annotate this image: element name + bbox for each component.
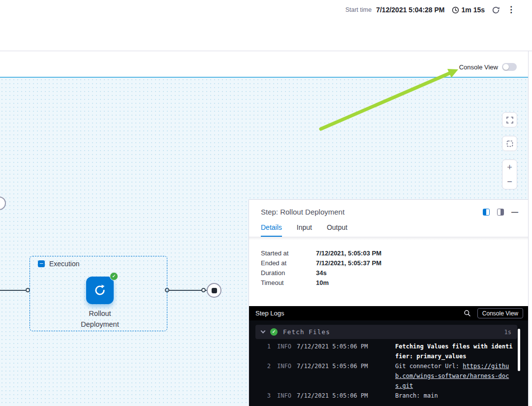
header-right-cluster: Start time 7/12/2021 5:04:28 PM 1m 15s ⋮ [345, 5, 515, 14]
detail-value: 34s [316, 268, 327, 278]
zoom-out-button[interactable]: − [502, 174, 517, 189]
detail-label: Ended at [261, 258, 316, 268]
logs-scrollbar-thumb[interactable] [518, 329, 520, 371]
detail-row-ended-at: Ended at 7/12/2021, 5:05:37 PM [261, 258, 528, 268]
log-message: Branch: main [395, 391, 513, 401]
console-view-toggle[interactable] [502, 63, 517, 71]
step-detail-panel: Step: Rollout Deployment — Details Input… [249, 199, 528, 406]
success-badge-icon: ✓ [110, 272, 118, 281]
panel-actions: — [483, 208, 518, 216]
log-section-duration: 1s [504, 329, 511, 336]
execution-group-label: Execution [49, 260, 79, 268]
elapsed-time: 1m 15s [452, 6, 485, 14]
subbar: Console View [0, 51, 532, 77]
panel-tabs: Details Input Output [249, 216, 528, 237]
log-message: Git connector Url: https://github.com/wi… [395, 361, 513, 391]
log-row: 1 INFO 7/12/2021 5:05:06 PM Fetching Val… [249, 342, 528, 361]
panel-title: Step: Rollout Deployment [261, 208, 344, 216]
tab-input[interactable]: Input [297, 223, 312, 237]
step-logs-header: Step Logs Console View [249, 306, 528, 320]
top-header: Start time 7/12/2021 5:04:28 PM 1m 15s ⋮ [0, 0, 532, 51]
fullscreen-icon [506, 117, 513, 124]
layout-left-pane-icon[interactable] [483, 209, 490, 216]
refresh-button[interactable] [492, 6, 500, 14]
start-time-value: 7/12/2021 5:04:28 PM [376, 6, 444, 14]
more-menu-button[interactable]: ⋮ [507, 5, 515, 14]
log-row: 3 INFO 7/12/2021 5:05:06 PM Branch: main [249, 391, 528, 401]
step-logs-title: Step Logs [255, 310, 284, 317]
log-rows: 1 INFO 7/12/2021 5:05:06 PM Fetching Val… [249, 340, 528, 401]
refresh-icon [492, 6, 500, 14]
log-timestamp: 7/12/2021 5:05:06 PM [297, 361, 369, 391]
node-label: Rollout Deployment [61, 308, 139, 330]
minimize-panel-button[interactable]: — [511, 208, 518, 216]
previous-node-partial [0, 196, 6, 210]
toggle-knob [503, 64, 509, 70]
connector-line [167, 290, 207, 291]
selection-marquee-icon [506, 140, 513, 147]
stop-node[interactable] [207, 283, 221, 298]
detail-row-started-at: Started at 7/12/2021, 5:05:03 PM [261, 249, 528, 258]
detail-row-duration: Duration 34s [261, 268, 528, 278]
zoom-in-button[interactable]: + [502, 159, 517, 175]
tab-output[interactable]: Output [327, 223, 347, 237]
log-section-fetch-files[interactable]: ✓ Fetch Files 1s [255, 325, 517, 339]
node-label-line1: Rollout [61, 308, 139, 319]
section-success-icon: ✓ [270, 328, 278, 336]
page: Start time 7/12/2021 5:04:28 PM 1m 15s ⋮… [0, 0, 532, 406]
rollout-icon [93, 283, 107, 297]
step-details: Started at 7/12/2021, 5:05:03 PM Ended a… [249, 240, 528, 288]
logs-console-view-button[interactable]: Console View [477, 308, 523, 318]
chevron-down-icon[interactable] [261, 329, 266, 334]
rollout-deployment-node[interactable] [86, 277, 114, 304]
log-row: 2 INFO 7/12/2021 5:05:06 PM Git connecto… [249, 361, 528, 391]
connector-line [0, 290, 30, 291]
node-label-line2: Deployment [61, 319, 139, 330]
detail-row-timeout: Timeout 10m [261, 278, 528, 288]
log-line-number: 2 [249, 361, 271, 391]
layout-right-pane-icon[interactable] [497, 209, 504, 216]
stop-icon [212, 288, 217, 293]
collapse-icon[interactable]: – [38, 260, 45, 267]
log-line-number: 1 [249, 342, 271, 361]
tab-details[interactable]: Details [261, 223, 282, 237]
panel-header: Step: Rollout Deployment — [249, 200, 528, 216]
detail-label: Duration [261, 268, 316, 278]
start-time-label: Start time [345, 6, 372, 13]
step-logs-panel: Step Logs Console View ✓ Fetch Files 1s … [249, 306, 528, 406]
log-line-number: 3 [249, 391, 271, 401]
fit-selection-button[interactable] [502, 136, 517, 151]
console-view-label: Console View [459, 63, 498, 71]
clock-icon [452, 6, 459, 14]
execution-group-toggle[interactable]: – Execution [38, 260, 79, 268]
elapsed-label: 1m 15s [462, 6, 485, 14]
log-message: Fetching Values files with identifier: p… [395, 342, 513, 361]
fullscreen-button[interactable] [502, 112, 517, 127]
log-section-title: Fetch Files [283, 328, 330, 336]
detail-value: 7/12/2021, 5:05:03 PM [316, 249, 381, 258]
right-gutter [528, 51, 532, 406]
detail-value: 10m [316, 278, 329, 288]
console-view-control: Console View [459, 63, 517, 71]
detail-value: 7/12/2021, 5:05:37 PM [316, 258, 381, 268]
log-level: INFO [277, 361, 297, 391]
logs-header-actions: Console View [464, 308, 523, 318]
log-timestamp: 7/12/2021 5:05:06 PM [297, 391, 369, 401]
port-dot [201, 288, 206, 292]
log-message-prefix: Git connector Url: [395, 363, 463, 370]
detail-label: Timeout [261, 278, 316, 288]
detail-label: Started at [261, 249, 316, 258]
search-icon[interactable] [464, 310, 471, 317]
log-level: INFO [277, 342, 297, 361]
log-level: INFO [277, 391, 297, 401]
log-timestamp: 7/12/2021 5:05:06 PM [297, 342, 369, 361]
